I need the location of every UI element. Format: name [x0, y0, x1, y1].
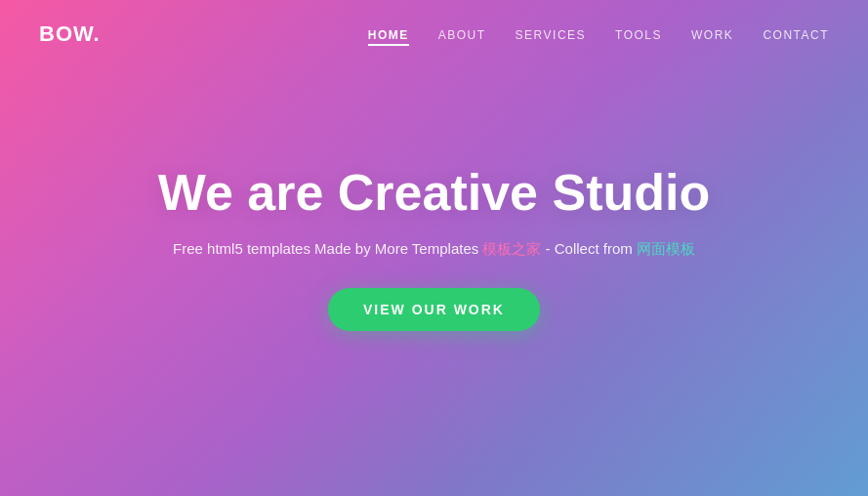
site-logo: BOW.: [39, 21, 101, 47]
nav-link-work[interactable]: WORK: [691, 28, 733, 42]
hero-subtitle-middle: - Collect from: [541, 240, 637, 257]
logo-text: BOW.: [39, 21, 101, 46]
hero-title: We are Creative Studio: [158, 165, 710, 221]
hero-content: We are Creative Studio Free html5 templa…: [158, 165, 710, 331]
nav-links: HOME ABOUT SERVICES TOOLS WORK CONTACT: [368, 25, 829, 43]
navbar: BOW. HOME ABOUT SERVICES TOOLS WORK CONT…: [0, 0, 868, 68]
hero-subtitle-prefix: Free html5 templates Made by More Templa…: [173, 240, 482, 257]
nav-link-home[interactable]: HOME: [368, 28, 409, 46]
nav-link-about[interactable]: ABOUT: [438, 28, 486, 42]
nav-item-about[interactable]: ABOUT: [438, 25, 486, 43]
hero-subtitle-link1[interactable]: 模板之家: [482, 240, 541, 257]
nav-link-services[interactable]: SERVICES: [516, 28, 586, 42]
nav-item-services[interactable]: SERVICES: [516, 25, 586, 43]
nav-item-tools[interactable]: TOOLS: [615, 25, 662, 43]
nav-item-contact[interactable]: CONTACT: [763, 25, 829, 43]
hero-subtitle-link2[interactable]: 网面模板: [637, 240, 695, 257]
nav-item-home[interactable]: HOME: [368, 25, 409, 43]
cta-button[interactable]: VIEW OUR WORK: [328, 288, 540, 331]
nav-item-work[interactable]: WORK: [691, 25, 733, 43]
nav-link-contact[interactable]: CONTACT: [763, 28, 829, 42]
hero-section: BOW. HOME ABOUT SERVICES TOOLS WORK CONT…: [0, 0, 868, 496]
nav-link-tools[interactable]: TOOLS: [615, 28, 662, 42]
hero-subtitle: Free html5 templates Made by More Templa…: [173, 238, 695, 261]
